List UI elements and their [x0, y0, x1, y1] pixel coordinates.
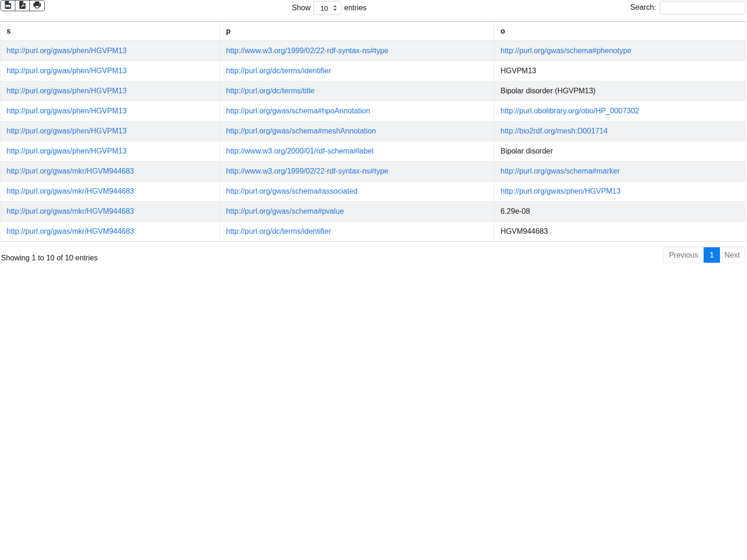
pdf-file-icon	[19, 1, 26, 10]
cell-link[interactable]: http://purl.org/gwas/phen/HGVPM13	[7, 127, 127, 135]
table-cell-s: http://purl.org/gwas/phen/HGVPM13	[0, 81, 220, 101]
table-row: http://purl.org/gwas/phen/HGVPM13http://…	[0, 41, 746, 61]
column-header-p[interactable]: p	[220, 21, 494, 41]
next-page-button[interactable]: Next	[720, 247, 744, 263]
csv-file-icon: csv	[5, 1, 11, 10]
cell-link[interactable]: http://purl.org/gwas/schema#hpoAnnotatio…	[226, 107, 370, 115]
table-cell-s: http://purl.org/gwas/phen/HGVPM13	[0, 61, 220, 81]
cell-link[interactable]: http://purl.org/gwas/schema#marker	[500, 167, 620, 175]
table-cell-o: HGVM944683	[494, 222, 746, 242]
pagination: Previous 1 Next	[663, 247, 745, 263]
entries-info: Showing 1 to 10 of 10 entries	[1, 254, 98, 262]
table-row: http://purl.org/gwas/mkr/HGVM944683http:…	[0, 202, 746, 222]
cell-link[interactable]: http://www.w3.org/2000/01/rdf-schema#lab…	[226, 147, 374, 155]
table-row: http://purl.org/gwas/phen/HGVPM13http://…	[0, 101, 746, 121]
table-cell-o: http://purl.org/gwas/phen/HGVPM13	[494, 182, 746, 202]
csv-export-button[interactable]: csv	[1, 0, 15, 11]
table-cell-s: http://purl.org/gwas/mkr/HGVM944683	[0, 202, 220, 222]
table-row: http://purl.org/gwas/mkr/HGVM944683http:…	[0, 161, 746, 182]
cell-link[interactable]: http://purl.org/gwas/phen/HGVPM13	[7, 67, 127, 75]
cell-link[interactable]: http://purl.org/dc/terms/identifier	[226, 227, 331, 235]
length-label-before: Show	[292, 4, 310, 12]
page-1-button[interactable]: 1	[704, 247, 720, 263]
column-header-s[interactable]: s	[0, 21, 220, 41]
table-cell-p: http://www.w3.org/2000/01/rdf-schema#lab…	[220, 141, 494, 161]
table-cell-p: http://www.w3.org/1999/02/22-rdf-syntax-…	[220, 161, 494, 182]
cell-link[interactable]: http://purl.org/gwas/phen/HGVPM13	[7, 107, 127, 115]
previous-page-button[interactable]: Previous	[663, 247, 704, 263]
pdf-export-button[interactable]	[15, 0, 30, 11]
search-control: Search:	[630, 0, 746, 15]
export-button-group: csv	[0, 0, 45, 11]
cell-link[interactable]: http://purl.org/gwas/phen/HGVPM13	[500, 187, 620, 195]
table-row: http://purl.org/gwas/mkr/HGVM944683http:…	[0, 182, 746, 202]
table-cell-s: http://purl.org/gwas/mkr/HGVM944683	[0, 161, 220, 182]
table-cell-o: http://purl.org/gwas/schema#phenotype	[494, 41, 746, 61]
search-input[interactable]	[660, 1, 746, 14]
header-row: spo	[0, 21, 746, 41]
table-cell-p: http://www.w3.org/1999/02/22-rdf-syntax-…	[220, 41, 494, 61]
table-controls-bottom: Showing 1 to 10 of 10 entries Previous 1…	[0, 242, 747, 279]
table-cell-p: http://purl.org/dc/terms/title	[220, 81, 494, 101]
cell-link[interactable]: http://www.w3.org/1999/02/22-rdf-syntax-…	[226, 167, 388, 175]
table-cell-o: Bipolar disorder (HGVPM13)	[494, 81, 746, 101]
table-cell-s: http://purl.org/gwas/phen/HGVPM13	[0, 141, 220, 161]
table-row: http://purl.org/gwas/phen/HGVPM13http://…	[0, 81, 746, 101]
cell-link[interactable]: http://purl.org/gwas/mkr/HGVM944683	[7, 227, 134, 235]
cell-link[interactable]: http://purl.org/gwas/mkr/HGVM944683	[7, 187, 134, 195]
cell-link[interactable]: http://purl.org/dc/terms/title	[226, 87, 314, 95]
table-row: http://purl.org/gwas/phen/HGVPM13http://…	[0, 141, 746, 161]
length-label-after: entries	[344, 4, 366, 12]
table-cell-p: http://purl.org/gwas/schema#pvalue	[220, 202, 494, 222]
column-header-o[interactable]: o	[494, 21, 746, 41]
table-body: http://purl.org/gwas/phen/HGVPM13http://…	[0, 41, 746, 242]
cell-link[interactable]: http://purl.org/gwas/mkr/HGVM944683	[7, 167, 134, 175]
cell-link[interactable]: http://purl.org/gwas/schema#pvalue	[226, 207, 344, 215]
table-row: http://purl.org/gwas/phen/HGVPM13http://…	[0, 61, 746, 81]
page-length-control: Show 10 entries	[292, 0, 366, 16]
table-cell-o: http://purl.org/gwas/schema#marker	[494, 161, 746, 182]
table-cell-o: http://purl.obolibrary.org/obo/HP_000730…	[494, 101, 746, 121]
table-row: http://purl.org/gwas/phen/HGVPM13http://…	[0, 121, 746, 141]
cell-link[interactable]: http://bio2rdf.org/mesh:D001714	[500, 127, 607, 135]
table-row: http://purl.org/gwas/mkr/HGVM944683http:…	[0, 222, 746, 242]
svg-text:csv: csv	[6, 5, 10, 7]
print-icon	[33, 1, 41, 10]
cell-link[interactable]: http://purl.org/gwas/schema#meshAnnotati…	[226, 127, 376, 135]
table-cell-p: http://purl.org/dc/terms/identifier	[220, 61, 494, 81]
search-label: Search:	[630, 3, 656, 12]
page-length-value: 10	[320, 4, 328, 12]
cell-link[interactable]: http://www.w3.org/1999/02/22-rdf-syntax-…	[226, 47, 388, 55]
table-cell-p: http://purl.org/gwas/schema#associated	[220, 182, 494, 202]
print-button[interactable]	[30, 0, 44, 11]
table-controls-top: csv Sho	[0, 0, 747, 21]
cell-link[interactable]: http://purl.org/gwas/phen/HGVPM13	[7, 147, 127, 155]
table-cell-o: http://bio2rdf.org/mesh:D001714	[494, 121, 746, 141]
cell-link[interactable]: http://purl.org/gwas/phen/HGVPM13	[7, 47, 127, 55]
table-cell-p: http://purl.org/gwas/schema#meshAnnotati…	[220, 121, 494, 141]
table-cell-p: http://purl.org/dc/terms/identifier	[220, 222, 494, 242]
table-cell-s: http://purl.org/gwas/phen/HGVPM13	[0, 101, 220, 121]
cell-link[interactable]: http://purl.org/gwas/schema#phenotype	[500, 47, 631, 55]
select-arrows-icon	[333, 5, 337, 11]
table-header: spo	[0, 21, 746, 41]
cell-link[interactable]: http://purl.org/gwas/phen/HGVPM13	[7, 87, 127, 95]
page-length-select[interactable]: 10	[313, 1, 341, 15]
table-cell-s: http://purl.org/gwas/phen/HGVPM13	[0, 41, 220, 61]
table-cell-s: http://purl.org/gwas/phen/HGVPM13	[0, 121, 220, 141]
cell-link[interactable]: http://purl.org/gwas/schema#associated	[226, 187, 358, 195]
table-cell-s: http://purl.org/gwas/mkr/HGVM944683	[0, 182, 220, 202]
table-cell-o: 6.29e-08	[494, 202, 746, 222]
table-cell-s: http://purl.org/gwas/mkr/HGVM944683	[0, 222, 220, 242]
triples-table: spo http://purl.org/gwas/phen/HGVPM13htt…	[0, 21, 746, 242]
cell-link[interactable]: http://purl.obolibrary.org/obo/HP_000730…	[500, 107, 639, 115]
cell-link[interactable]: http://purl.org/gwas/mkr/HGVM944683	[7, 207, 134, 215]
table-cell-o: HGVPM13	[494, 61, 746, 81]
cell-link[interactable]: http://purl.org/dc/terms/identifier	[226, 67, 331, 75]
table-cell-p: http://purl.org/gwas/schema#hpoAnnotatio…	[220, 101, 494, 121]
table-cell-o: Bipolar disorder	[494, 141, 746, 161]
